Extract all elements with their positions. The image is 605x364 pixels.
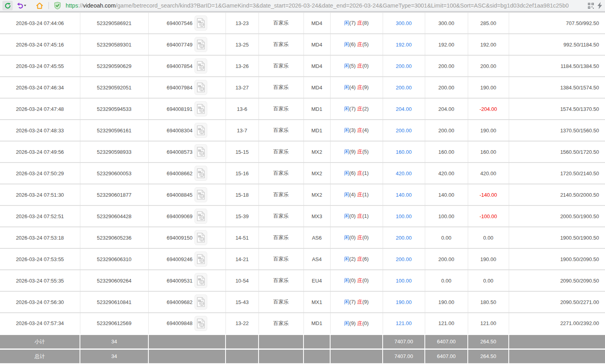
table-body: 2026-03-24 07:44:06 523290586921 6940075… <box>0 12 605 364</box>
bet-amount-link[interactable]: 140.00 <box>383 184 425 205</box>
bet-amount-link[interactable]: 204.00 <box>383 98 425 120</box>
bet-amount-link[interactable]: 200.00 <box>383 120 425 141</box>
game-type: 百家乐 <box>259 248 303 270</box>
player-label: 闲 <box>344 170 349 176</box>
game-cell: 694008573 <box>148 141 226 163</box>
video-replay-button[interactable] <box>195 58 207 74</box>
game-number: 694007749 <box>167 42 193 48</box>
valid-amount: 121.00 <box>425 313 468 334</box>
balance-before-after: 992.50/1184.50 <box>509 34 605 55</box>
bet-amount-link[interactable]: 200.00 <box>383 227 425 248</box>
bet-amount-link[interactable]: 200.00 <box>383 248 425 270</box>
video-replay-button[interactable] <box>195 230 207 245</box>
game-number: 694009246 <box>167 256 193 262</box>
balance-before-after: 2140.50/2000.50 <box>509 184 605 205</box>
banker-label: 庄 <box>357 234 362 240</box>
game-type: 百家乐 <box>259 55 303 77</box>
table-code: MX2 <box>303 163 330 184</box>
bet-amount-link[interactable]: 160.00 <box>383 141 425 163</box>
win-loss: 285.00 <box>468 12 509 34</box>
game-number: 694007546 <box>167 20 193 26</box>
video-replay-button[interactable] <box>195 273 207 288</box>
valid-amount: 204.00 <box>425 98 468 120</box>
video-replay-button[interactable] <box>195 252 207 267</box>
player-label: 闲 <box>344 192 349 197</box>
video-replay-button[interactable] <box>195 144 207 159</box>
bet-amount-link[interactable]: 300.00 <box>383 12 425 34</box>
bet-amount-link[interactable]: 190.00 <box>383 291 425 313</box>
bet-amount-link[interactable]: 200.00 <box>383 77 425 98</box>
bet-amount-link[interactable]: 121.00 <box>383 313 425 334</box>
home-icon <box>36 2 43 10</box>
film-document-icon <box>196 168 205 178</box>
game-result: 闲(0)庄(0) <box>330 270 383 291</box>
game-result: 闲(2)庄(6) <box>330 248 383 270</box>
player-label: 闲 <box>344 63 349 69</box>
undo-dropdown-caret[interactable] <box>24 5 26 6</box>
table-code: EU4 <box>303 270 330 291</box>
player-label: 闲 <box>344 277 349 283</box>
banker-label: 庄 <box>357 106 362 112</box>
game-type: 百家乐 <box>259 77 303 98</box>
subtotal-bet: 7407.00 <box>383 334 425 349</box>
video-replay-button[interactable] <box>195 123 207 138</box>
table-number: 15-43 <box>226 291 259 313</box>
game-result: 闲(6)庄(5) <box>330 34 383 55</box>
bet-amount-link[interactable]: 100.00 <box>383 270 425 291</box>
home-button[interactable] <box>34 1 45 10</box>
game-cell: 694009069 <box>148 205 226 227</box>
table-number: 14-51 <box>226 227 259 248</box>
video-replay-button[interactable] <box>195 166 207 181</box>
game-result: 闲(7)庄(8) <box>330 12 383 34</box>
valid-amount: 192.00 <box>425 34 468 55</box>
reload-button[interactable] <box>2 1 13 10</box>
banker-label: 庄 <box>357 84 362 90</box>
qr-code-icon[interactable] <box>588 3 594 9</box>
banker-label: 庄 <box>357 299 362 305</box>
video-replay-button[interactable] <box>195 37 207 52</box>
game-result: 闲(6)庄(1) <box>330 163 383 184</box>
bet-time: 2026-03-24 07:53:18 <box>0 227 80 248</box>
video-replay-button[interactable] <box>195 187 207 202</box>
address-bar[interactable]: https://videoah.com/game/betrecord_searc… <box>66 2 583 9</box>
undo-button[interactable] <box>14 1 28 10</box>
win-loss: -140.00 <box>468 184 509 205</box>
bet-amount-link[interactable]: 420.00 <box>383 163 425 184</box>
balance-before-after: 1184.50/1384.50 <box>509 55 605 77</box>
game-cell: 694009682 <box>148 291 226 313</box>
bet-id: 523290600053 <box>80 163 148 184</box>
video-replay-button[interactable] <box>195 80 207 95</box>
bet-amount-link[interactable]: 100.00 <box>383 205 425 227</box>
table-code: MD4 <box>303 55 330 77</box>
video-replay-button[interactable] <box>195 294 207 310</box>
banker-label: 庄 <box>357 213 362 219</box>
video-replay-button[interactable] <box>195 209 207 224</box>
game-cell: 694007984 <box>148 77 226 98</box>
bet-id: 523290605236 <box>80 227 148 248</box>
game-result: 闲(9)庄(0) <box>330 313 383 334</box>
table-number: 15-16 <box>226 163 259 184</box>
valid-amount: 200.00 <box>425 248 468 270</box>
video-replay-button[interactable] <box>195 316 207 331</box>
banker-score: (0) <box>362 234 369 240</box>
game-cell: 694009246 <box>148 248 226 270</box>
bet-id: 523290589301 <box>80 34 148 55</box>
lightning-icon[interactable] <box>597 2 603 9</box>
bet-record-table: 2026-03-24 07:44:06 523290586921 6940075… <box>0 12 605 364</box>
site-security-badge[interactable] <box>54 2 61 10</box>
win-loss: 200.00 <box>468 55 509 77</box>
video-replay-button[interactable] <box>195 15 207 31</box>
valid-amount: 190.00 <box>425 291 468 313</box>
bet-amount-link[interactable]: 200.00 <box>383 55 425 77</box>
banker-score: (2) <box>362 106 369 112</box>
banker-label: 庄 <box>357 41 362 47</box>
game-number: 694008845 <box>167 192 193 198</box>
table-code: MX1 <box>303 291 330 313</box>
table-row: 2026-03-24 07:53:55 523290606310 6940092… <box>0 248 605 270</box>
game-result: 闲(4)庄(9) <box>330 77 383 98</box>
bet-amount-link[interactable]: 192.00 <box>383 34 425 55</box>
player-score: (9) <box>349 149 356 155</box>
banker-score: (0) <box>362 277 369 283</box>
video-replay-button[interactable] <box>195 101 207 116</box>
balance-before-after: 2271.00/2392.00 <box>509 313 605 334</box>
